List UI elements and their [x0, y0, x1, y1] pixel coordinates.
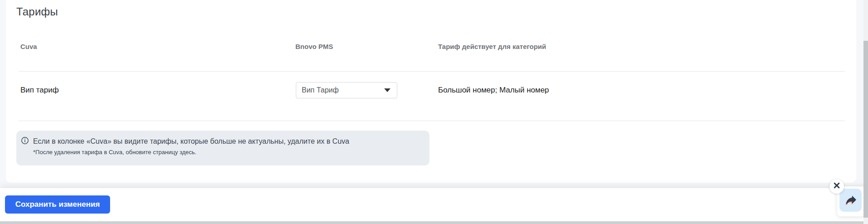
- chevron-down-icon: [384, 88, 391, 92]
- info-banner-note: *После удаления тарифа в Cuva, обновите …: [33, 148, 197, 156]
- page-title: Тарифы: [16, 5, 58, 18]
- table-header-divider: [19, 71, 845, 72]
- share-arrow-icon: [843, 192, 858, 209]
- tariff-categories-cell: Большой номер; Малый номер: [438, 82, 549, 98]
- close-widget-button[interactable]: [829, 179, 844, 194]
- info-banner-text: Если в колонке «Cuva» вы видите тарифы, …: [33, 136, 349, 146]
- select-value: Вип Тариф: [302, 86, 384, 94]
- column-header-cuva: Cuva: [20, 43, 37, 50]
- save-button[interactable]: Сохранить изменения: [5, 195, 110, 214]
- table-row: Вип тариф Вип Тариф Большой номер; Малый…: [6, 82, 856, 99]
- table-row-divider: [19, 121, 845, 121]
- info-circle-icon: [21, 136, 29, 145]
- vertical-scrollbar[interactable]: [863, 0, 868, 224]
- content-card: Тарифы Cuva Bnovo PMS Тариф действует дл…: [6, 0, 856, 183]
- close-icon: [834, 182, 840, 190]
- page: Тарифы Cuva Bnovo PMS Тариф действует дл…: [0, 0, 868, 224]
- column-header-categories: Тариф действует для категорий: [438, 43, 546, 50]
- share-button[interactable]: [839, 189, 862, 212]
- column-header-bnovo-pms: Bnovo PMS: [295, 43, 333, 50]
- info-banner: Если в колонке «Cuva» вы видите тарифы, …: [16, 131, 429, 166]
- footer-bar: Сохранить изменения: [0, 188, 868, 221]
- bottom-edge-strip: [0, 221, 868, 224]
- bnovo-tariff-select[interactable]: Вип Тариф: [296, 82, 397, 98]
- scrollbar-thumb[interactable]: [863, 41, 868, 218]
- tariff-name-cell: Вип тариф: [20, 82, 59, 98]
